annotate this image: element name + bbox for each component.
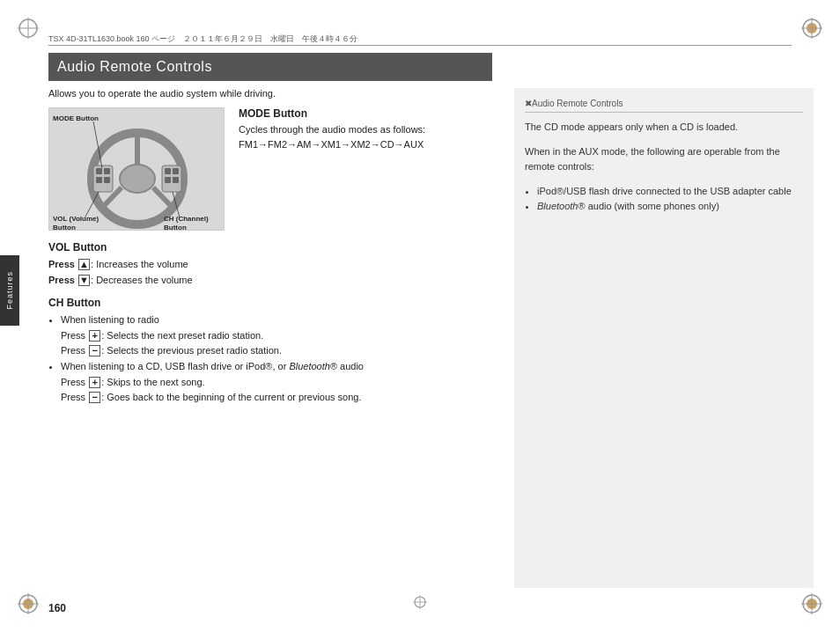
mode-button-title: MODE Button [239, 107, 492, 120]
right-panel-item-1: iPod®/USB flash drive connected to the U… [537, 184, 803, 200]
sidebar-tab: Features [0, 255, 19, 326]
ch-cd-item: When listening to a CD, USB flash drive … [61, 359, 492, 406]
main-content: Allows you to operate the audio system w… [48, 88, 492, 588]
right-panel-item-2: Bluetooth® audio (with some phones only) [537, 199, 803, 215]
ch-cd-header: When listening to a CD, USB flash drive … [61, 361, 364, 371]
svg-rect-28 [173, 168, 179, 174]
ch-section: CH Button When listening to radio Press … [48, 297, 492, 406]
mode-button-sequence: FM1→FM2→AM→XM1→XM2→CD→AUX [239, 137, 492, 152]
right-panel-title: ✖Audio Remote Controls [525, 99, 623, 108]
svg-text:Button: Button [53, 224, 76, 231]
plus-box-2: + [89, 377, 100, 388]
vol-button-title: VOL Button [48, 241, 492, 254]
ch-cd-minus: : Goes back to the beginning of the curr… [101, 392, 361, 402]
ch-radio-minus: : Selects the previous preset radio stat… [101, 345, 282, 356]
intro-text: Allows you to operate the audio system w… [48, 88, 492, 99]
vol-press-up: Press ▲: Increases the volume [48, 257, 492, 273]
top-bar: TSX 4D-31TL1630.book 160 ページ ２０１１年６月２９日 … [48, 33, 792, 46]
svg-text:Button: Button [164, 224, 187, 231]
svg-text:VOL (Volume): VOL (Volume) [53, 215, 99, 223]
ch-list: When listening to radio Press +: Selects… [61, 312, 492, 406]
steering-wheel-diagram: MODE Button VOL (Volume) Button CH (Chan… [48, 107, 225, 231]
press-label-3: Press [61, 330, 88, 341]
svg-rect-25 [104, 177, 110, 183]
ch-radio-item: When listening to radio Press +: Selects… [61, 312, 492, 359]
vol-section: VOL Button Press ▲: Increases the volume… [48, 241, 492, 288]
up-arrow-box: ▲ [78, 259, 90, 270]
svg-point-17 [120, 165, 155, 193]
corner-decoration-tl [16, 16, 41, 40]
svg-text:MODE Button: MODE Button [53, 114, 99, 122]
press-label-4: Press [61, 345, 88, 356]
corner-decoration-bl [16, 592, 41, 616]
vol-down-text: : Decreases the volume [91, 275, 193, 285]
ch-radio-header: When listening to radio [61, 314, 159, 325]
bottom-center-crosshair [412, 594, 428, 613]
press-label-1: Press [48, 259, 77, 269]
press-label-2: Press [48, 275, 77, 285]
right-panel-note2: When in the AUX mode, the following are … [525, 144, 803, 175]
corner-decoration-tr [799, 16, 824, 40]
vol-up-text: : Increases the volume [91, 259, 188, 269]
sidebar-label: Features [5, 271, 14, 310]
svg-text:CH (Channel): CH (Channel) [164, 215, 209, 223]
press-label-5: Press [61, 377, 88, 387]
svg-rect-29 [165, 177, 171, 183]
right-panel-list: iPod®/USB flash drive connected to the U… [537, 184, 803, 215]
right-panel-header: ✖Audio Remote Controls [525, 99, 803, 113]
ch-button-title: CH Button [48, 297, 492, 309]
mode-button-desc: Cycles through the audio modes as follow… [239, 122, 492, 137]
ch-radio-plus: : Selects the next preset radio station. [101, 330, 263, 341]
minus-box-2: − [89, 392, 100, 403]
minus-box-1: − [89, 345, 100, 356]
right-panel: ✖Audio Remote Controls The CD mode appea… [514, 88, 814, 588]
svg-rect-30 [173, 177, 179, 183]
svg-rect-22 [96, 168, 102, 174]
page-number: 160 [48, 602, 66, 614]
mode-button-description: MODE Button Cycles through the audio mod… [239, 107, 492, 151]
topbar-text: TSX 4D-31TL1630.book 160 ページ ２０１１年６月２９日 … [48, 33, 357, 45]
down-arrow-box: ▼ [78, 275, 90, 286]
right-panel-note1: The CD mode appears only when a CD is lo… [525, 120, 803, 136]
svg-rect-23 [104, 168, 110, 174]
svg-rect-24 [96, 177, 102, 183]
page-title: Audio Remote Controls [57, 59, 212, 75]
corner-decoration-br [799, 592, 824, 616]
title-banner: Audio Remote Controls [48, 53, 492, 81]
ch-cd-plus: : Skips to the next song. [101, 377, 204, 387]
press-label-6: Press [61, 392, 88, 402]
svg-rect-27 [165, 168, 171, 174]
vol-press-down: Press ▼: Decreases the volume [48, 273, 492, 289]
diagram-section: MODE Button VOL (Volume) Button CH (Chan… [48, 107, 492, 231]
plus-box-1: + [89, 330, 100, 342]
